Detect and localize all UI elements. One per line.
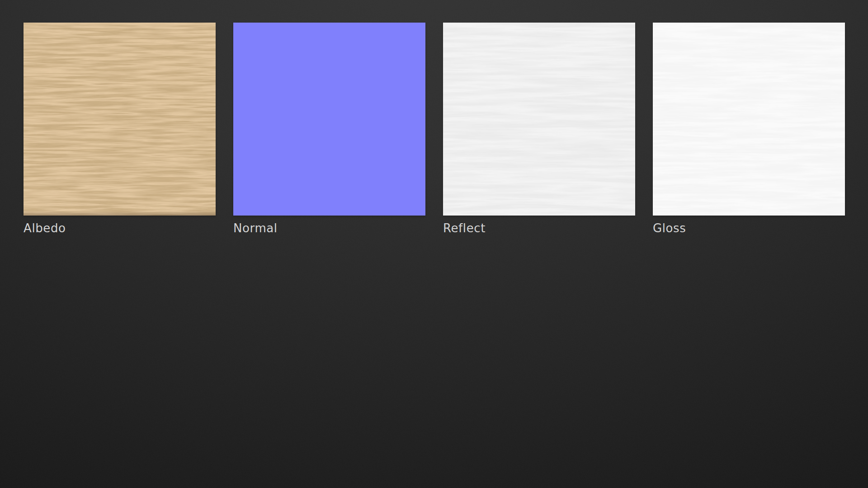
texture-card-albedo: Albedo xyxy=(24,23,216,235)
normal-texture-label: Normal xyxy=(233,221,425,235)
reflect-texture-label: Reflect xyxy=(443,221,635,235)
albedo-texture-label: Albedo xyxy=(24,221,216,235)
texture-card-gloss: Gloss xyxy=(653,23,845,235)
normal-texture-thumbnail[interactable] xyxy=(233,23,425,216)
gloss-texture-label: Gloss xyxy=(653,221,845,235)
albedo-texture-thumbnail[interactable] xyxy=(24,23,216,216)
flat-normal-map-image xyxy=(233,23,425,216)
texture-map-grid: Albedo Normal Reflect Gloss xyxy=(24,23,845,235)
texture-card-reflect: Reflect xyxy=(443,23,635,235)
gloss-texture-thumbnail[interactable] xyxy=(653,23,845,216)
reflect-texture-thumbnail[interactable] xyxy=(443,23,635,216)
brushed-white-texture-image xyxy=(653,23,845,216)
brushed-gray-texture-image xyxy=(443,23,635,216)
texture-card-normal: Normal xyxy=(233,23,425,235)
wood-grain-texture-image xyxy=(24,23,216,216)
